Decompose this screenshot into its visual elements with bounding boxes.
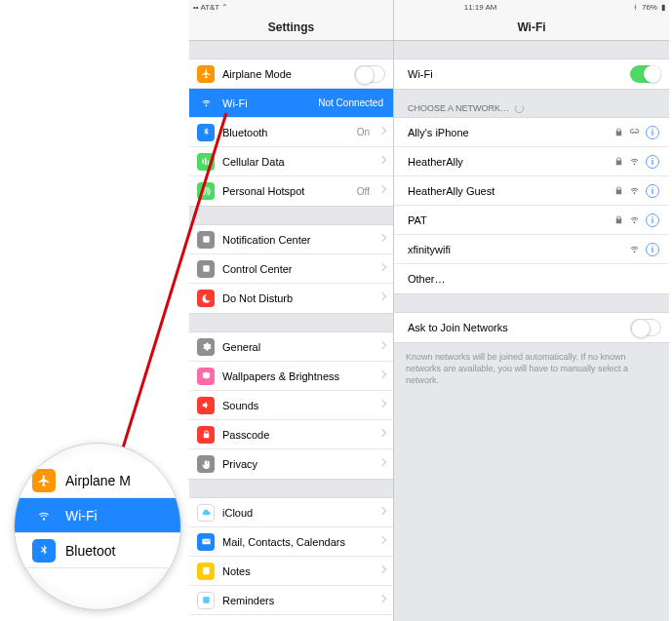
time-label: 11:19 AM xyxy=(464,3,497,12)
chevron-icon xyxy=(379,128,385,137)
network-name: HeatherAlly Guest xyxy=(408,185,608,197)
info-icon[interactable]: i xyxy=(646,126,659,139)
chevron-icon xyxy=(379,293,385,303)
row-label: Do Not Disturb xyxy=(222,292,372,304)
row-label: General xyxy=(222,341,372,353)
row-label: Cellular Data xyxy=(222,156,372,168)
row-label: Control Center xyxy=(222,263,372,275)
settings-row-personal-hotspot[interactable]: Personal HotspotOff xyxy=(189,176,393,206)
row-label: Mail, Contacts, Calendars xyxy=(222,536,372,548)
network-row[interactable]: PATi xyxy=(394,206,669,235)
reminders-icon xyxy=(197,592,215,609)
info-icon[interactable]: i xyxy=(646,213,659,227)
settings-row-wi-fi[interactable]: Wi-FiNot Connected xyxy=(189,89,393,118)
row-label: Wallpapers & Brightness xyxy=(222,370,372,382)
row-label: Airplane Mode xyxy=(222,68,346,80)
other-label: Other… xyxy=(408,273,659,285)
settings-row-mail-contacts-calendars[interactable]: Mail, Contacts, Calendars xyxy=(189,527,393,557)
ask-to-join-toggle[interactable] xyxy=(630,319,661,336)
network-name: Ally's iPhone xyxy=(408,127,608,138)
info-icon[interactable]: i xyxy=(646,184,659,198)
detail-pane: 11:19 AM ᚼ 76% ▮ Wi-Fi Wi-Fi CHOOSE A NE… xyxy=(394,0,669,621)
row-label: Wi-Fi xyxy=(222,97,310,109)
ipad-frame: •• AT&T ⌃ Settings Airplane ModeWi-FiNot… xyxy=(189,0,669,621)
airplane-icon xyxy=(197,65,215,83)
chevron-icon xyxy=(379,401,385,410)
ask-to-join-row[interactable]: Ask to Join Networks xyxy=(394,313,669,342)
network-row[interactable]: HeatherAlly Guesti xyxy=(394,176,669,206)
settings-row-wallpapers-brightness[interactable]: Wallpapers & Brightness xyxy=(189,362,393,391)
chevron-icon xyxy=(379,235,385,245)
icloud-icon xyxy=(197,504,215,522)
mail-icon xyxy=(197,533,215,551)
row-label: Privacy xyxy=(222,458,372,470)
chevron-icon xyxy=(379,371,385,381)
row-label: Bluetooth xyxy=(222,127,349,138)
chevron-icon xyxy=(379,537,385,547)
settings-header: Settings xyxy=(189,14,393,41)
settings-row-notes[interactable]: Notes xyxy=(189,557,393,586)
passcode-icon xyxy=(197,426,215,444)
toggle[interactable] xyxy=(354,65,385,83)
carrier-label: •• AT&T ⌃ xyxy=(193,3,228,12)
row-detail: On xyxy=(357,127,370,137)
privacy-icon xyxy=(197,455,215,473)
magnifier-label: Bluetoot xyxy=(65,543,115,559)
network-row[interactable]: HeatherAllyi xyxy=(394,147,669,176)
row-label: Notification Center xyxy=(222,234,372,246)
other-network-row[interactable]: Other… xyxy=(394,264,669,293)
ask-to-join-footer: Known networks will be joined automatica… xyxy=(394,343,669,394)
settings-row-notification-center[interactable]: Notification Center xyxy=(189,225,393,254)
info-icon[interactable]: i xyxy=(646,155,659,169)
settings-row-do-not-disturb[interactable]: Do Not Disturb xyxy=(189,284,393,313)
magnifier-row: Wi-Fi xyxy=(15,498,180,533)
wifi-toggle[interactable] xyxy=(630,65,661,83)
chevron-icon xyxy=(379,459,385,469)
airplane-icon xyxy=(32,469,56,492)
settings-scroll[interactable]: Airplane ModeWi-FiNot ConnectedBluetooth… xyxy=(189,41,393,621)
wifi-signal-icon xyxy=(629,185,640,196)
bluetooth-status-icon: ᚼ xyxy=(633,3,638,12)
row-label: Notes xyxy=(222,565,372,577)
row-label: Personal Hotspot xyxy=(222,185,349,197)
settings-row-sounds[interactable]: Sounds xyxy=(189,391,393,420)
chevron-icon xyxy=(379,264,385,274)
battery-label: 76% xyxy=(642,3,657,12)
settings-row-icloud[interactable]: iCloud xyxy=(189,498,393,527)
lock-icon xyxy=(613,156,624,167)
wifi-master-label: Wi-Fi xyxy=(402,68,622,80)
chevron-icon xyxy=(379,157,385,167)
battery-icon: ▮ xyxy=(661,3,665,12)
settings-row-cellular-data[interactable]: Cellular Data xyxy=(189,147,393,176)
settings-row-messages[interactable]: Messages xyxy=(189,615,393,621)
settings-row-reminders[interactable]: Reminders xyxy=(189,586,393,615)
row-label: Reminders xyxy=(222,595,372,606)
wifi-signal-icon xyxy=(629,244,640,254)
row-detail: Off xyxy=(357,186,370,197)
magnifier-label: Wi-Fi xyxy=(65,508,98,524)
info-icon[interactable]: i xyxy=(646,243,659,256)
ask-to-join-label: Ask to Join Networks xyxy=(402,322,622,333)
magnifier-row: Airplane M xyxy=(15,463,180,498)
settings-row-general[interactable]: General xyxy=(189,332,393,362)
chevron-icon xyxy=(379,342,385,352)
wifi-title: Wi-Fi xyxy=(517,20,545,34)
settings-row-airplane-mode[interactable]: Airplane Mode xyxy=(189,59,393,89)
sounds-icon xyxy=(197,397,215,414)
wifi-scroll[interactable]: Wi-Fi CHOOSE A NETWORK… Ally's iPhoneiHe… xyxy=(394,41,669,621)
chevron-icon xyxy=(379,566,385,576)
settings-row-privacy[interactable]: Privacy xyxy=(189,449,393,479)
magnifier-row: Bluetoot xyxy=(15,533,180,568)
wifi-master-row[interactable]: Wi-Fi xyxy=(394,59,669,89)
chevron-icon xyxy=(379,508,385,518)
settings-row-control-center[interactable]: Control Center xyxy=(189,254,393,284)
network-row[interactable]: xfinitywifii xyxy=(394,235,669,264)
row-label: Sounds xyxy=(222,400,372,411)
wifi-signal-icon xyxy=(629,156,640,167)
network-row[interactable]: Ally's iPhonei xyxy=(394,118,669,147)
settings-row-passcode[interactable]: Passcode xyxy=(189,420,393,449)
wifi-signal-icon xyxy=(629,214,640,225)
wallpaper-icon xyxy=(197,368,215,385)
settings-row-bluetooth[interactable]: BluetoothOn xyxy=(189,118,393,147)
notification-icon xyxy=(197,231,215,249)
